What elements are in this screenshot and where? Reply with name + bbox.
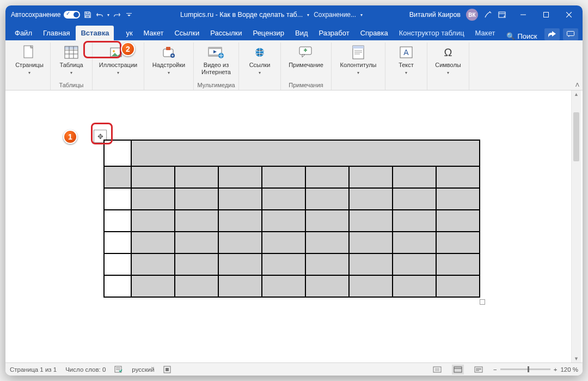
avatar[interactable]: ВК	[466, 9, 478, 21]
autosave-toggle[interactable]: ✓	[64, 11, 80, 19]
addins-icon	[160, 45, 177, 60]
symbols-button[interactable]: Ω Символы▾	[431, 43, 465, 76]
svg-rect-29	[435, 368, 439, 371]
redo-icon[interactable]	[113, 10, 121, 19]
svg-rect-1	[544, 13, 549, 17]
svg-point-7	[113, 50, 115, 52]
vertical-scrollbar[interactable]: ▲ ▼	[571, 90, 581, 362]
table-row	[104, 140, 480, 166]
addins-button[interactable]: Надстройки▾	[148, 43, 190, 76]
table-row	[104, 253, 480, 275]
document-area[interactable]: ✥	[5, 90, 583, 362]
tab-draw-cut[interactable]: ук	[115, 26, 137, 40]
scroll-thumb[interactable]	[573, 112, 579, 161]
titlebar: Автосохранение ✓ ▾ Lumpics.ru - Как в Во…	[5, 5, 583, 24]
spellcheck-icon[interactable]	[114, 366, 123, 373]
video-icon	[207, 45, 225, 60]
svg-rect-11	[166, 47, 170, 50]
saving-caret-icon[interactable]: ▾	[360, 13, 363, 17]
online-video-button[interactable]: Видео из Интернета	[197, 43, 235, 76]
tab-review[interactable]: Рецензир	[248, 26, 290, 40]
table-resize-handle[interactable]	[480, 299, 485, 305]
table-row	[104, 275, 480, 297]
share-button[interactable]	[544, 28, 560, 40]
zoom-control[interactable]: − + 120 %	[493, 366, 578, 373]
close-button[interactable]	[558, 5, 580, 24]
status-page[interactable]: Страница 1 из 1	[10, 366, 57, 373]
ribbon: Страницы▾ Таблица▾ Таблицы	[5, 40, 583, 90]
comments-group-label: Примечания	[289, 81, 323, 90]
search-box[interactable]: 🔍 Поиск	[502, 32, 541, 40]
zoom-out-button[interactable]: −	[493, 366, 497, 373]
tab-view[interactable]: Вид	[290, 26, 313, 40]
tab-mailings[interactable]: Рассылки	[205, 26, 247, 40]
document-table[interactable]	[103, 140, 480, 298]
autosave-label: Автосохранение	[11, 11, 60, 19]
zoom-value[interactable]: 120 %	[560, 366, 578, 373]
svg-rect-14	[209, 47, 222, 49]
symbol-icon: Ω	[439, 45, 457, 60]
application-window: Автосохранение ✓ ▾ Lumpics.ru - Как в Во…	[5, 5, 583, 376]
tables-group-label: Таблицы	[59, 81, 84, 90]
tab-table-design[interactable]: Конструктор таблиц	[394, 26, 469, 40]
scroll-up-icon[interactable]: ▲	[572, 92, 581, 97]
tab-home[interactable]: Главная	[38, 26, 75, 40]
tab-insert[interactable]: Вставка	[76, 26, 114, 40]
comments-button[interactable]	[563, 28, 578, 40]
svg-text:A: A	[403, 48, 409, 57]
table-row	[104, 210, 480, 232]
callout-1: 1	[63, 130, 77, 144]
ribbon-tabs: Файл Главная Вставка ук Макет Ссылки Рас…	[5, 24, 583, 40]
ribbon-options-icon[interactable]	[498, 10, 506, 19]
tab-developer[interactable]: Разработ	[314, 26, 354, 40]
zoom-slider[interactable]	[500, 368, 550, 370]
status-language[interactable]: русский	[132, 366, 154, 373]
saving-status: Сохранение...	[314, 11, 356, 19]
save-icon[interactable]	[83, 10, 92, 19]
table-button[interactable]: Таблица▾	[54, 43, 89, 76]
svg-rect-30	[454, 367, 462, 372]
draw-mode-icon[interactable]	[483, 10, 492, 19]
undo-menu-caret[interactable]: ▾	[107, 13, 109, 17]
headers-footers-button[interactable]: Колонтитулы▾	[335, 43, 382, 76]
tab-layout[interactable]: Макет	[139, 26, 169, 40]
table-row	[104, 232, 480, 253]
table-row	[104, 166, 480, 188]
media-group-label: Мультимедиа	[197, 81, 235, 90]
svg-rect-27	[166, 368, 169, 371]
comment-icon	[297, 45, 315, 60]
svg-rect-2	[567, 32, 574, 36]
svg-rect-21	[353, 46, 364, 49]
svg-rect-5	[65, 46, 78, 49]
pages-button[interactable]: Страницы▾	[12, 43, 47, 76]
qat-customize-icon[interactable]	[125, 10, 133, 19]
title-caret-icon[interactable]: ▾	[307, 13, 309, 17]
maximize-button[interactable]	[535, 5, 558, 24]
collapse-ribbon-icon[interactable]: ᐱ	[575, 82, 579, 88]
svg-text:Ω: Ω	[444, 46, 452, 58]
macro-record-icon[interactable]	[163, 366, 171, 373]
callout-2: 2	[121, 42, 135, 56]
search-icon: 🔍	[506, 32, 515, 40]
scroll-down-icon[interactable]: ▼	[572, 356, 581, 361]
search-label: Поиск	[517, 32, 537, 40]
view-web-button[interactable]	[473, 365, 485, 374]
minimize-button[interactable]	[512, 5, 535, 24]
comment-button[interactable]: Примечание	[284, 43, 328, 70]
zoom-in-button[interactable]: +	[554, 366, 558, 373]
user-name[interactable]: Виталий Каиров	[409, 11, 461, 19]
text-icon: A	[397, 45, 415, 60]
links-button[interactable]: Ссылки▾	[242, 43, 277, 76]
view-focus-button[interactable]	[431, 365, 443, 374]
tab-file[interactable]: Файл	[10, 26, 37, 40]
text-button[interactable]: A Текст▾	[389, 43, 424, 76]
tab-references[interactable]: Ссылки	[169, 26, 204, 40]
header-footer-icon	[350, 45, 367, 60]
tab-help[interactable]: Справка	[356, 26, 393, 40]
view-print-button[interactable]	[452, 365, 464, 374]
status-word-count[interactable]: Число слов: 0	[65, 366, 106, 373]
tab-table-layout[interactable]: Макет	[470, 26, 500, 40]
undo-icon[interactable]	[95, 10, 104, 19]
document-title: Lumpics.ru - Как в Ворде сделать таб...	[180, 11, 303, 19]
table-icon	[63, 45, 80, 60]
